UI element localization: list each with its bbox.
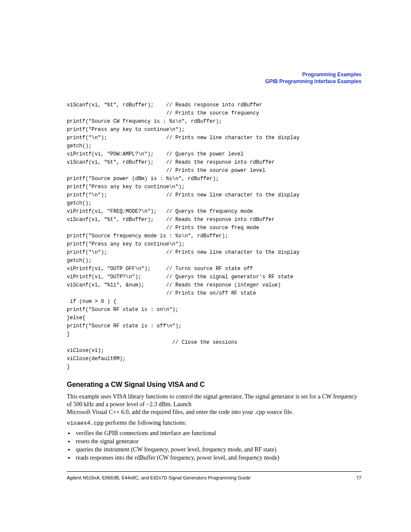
footer-left: Agilent N518xA, E8663B, E44x8C, and E82x… [67,475,250,480]
footer-page-number: 77 [356,475,361,480]
para1a: This example uses VISA library functions… [67,393,357,408]
page-header: Programming Examples GPIB Programming In… [265,71,361,85]
list-item: resets the signal generator [75,438,364,446]
bullet-list: verifies the GPIB connections and interf… [67,429,364,462]
section-paragraph-1: This example uses VISA library functions… [67,393,364,417]
para2-rest: performs the following functions: [104,420,187,426]
code-block: viScanf(vi, "%t", rdBuffer); // Reads re… [67,101,364,371]
section-heading: Generating a CW Signal Using VISA and C [67,381,364,389]
page-footer: Agilent N518xA, E8663B, E44x8C, and E82x… [67,471,361,480]
list-item: queries the instrument (CW frequency, po… [75,446,364,454]
list-item: reads responses into the rdBuffer (CW fr… [75,454,364,462]
header-line-2: GPIB Programming Interface Examples [265,78,361,85]
list-item: verifies the GPIB connections and interf… [75,429,364,438]
page: Programming Examples GPIB Programming In… [0,0,411,532]
section-paragraph-2: visaex4.cpp performs the following funct… [67,419,364,427]
source-filename: visaex4.cpp [67,420,104,426]
para1b: Microsoft Visual C++ 6.0, add the requir… [67,409,293,415]
header-line-1: Programming Examples [265,71,361,78]
